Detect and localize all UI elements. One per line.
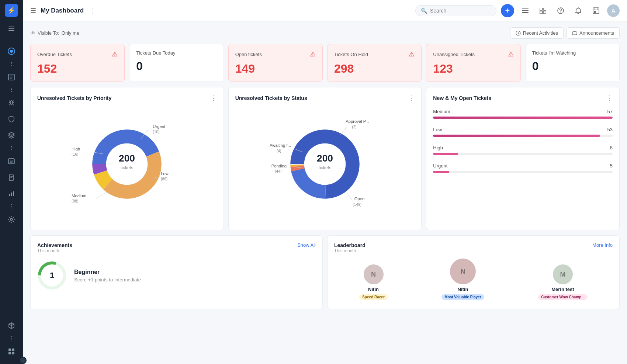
- status-chart-card: Unresolved Tickets by Status ⋮: [228, 87, 422, 230]
- svg-rect-16: [522, 10, 529, 11]
- sidebar-item-bugs[interactable]: [4, 96, 19, 110]
- sidebar-item-cube[interactable]: [4, 318, 19, 333]
- bell-icon[interactable]: [572, 4, 585, 17]
- search-icon: 🔍: [421, 8, 427, 14]
- show-all-link[interactable]: Show All: [297, 242, 316, 248]
- header-menu-icon[interactable]: ☰: [30, 7, 36, 15]
- svg-text:(44): (44): [275, 169, 281, 173]
- priority-chart-more[interactable]: ⋮: [210, 94, 217, 102]
- sidebar-item-tickets[interactable]: [4, 70, 19, 84]
- visibility-bar: 👁 Visible To: Only me Recent Activities …: [30, 27, 620, 39]
- bar-item-low: Low 53: [433, 127, 613, 137]
- svg-rect-1: [8, 28, 14, 29]
- svg-rect-24: [593, 8, 599, 14]
- svg-rect-2: [8, 30, 14, 31]
- svg-point-10: [10, 218, 13, 221]
- sidebar: ⚡ ⋮ ⋮: [0, 0, 23, 364]
- sidebar-item-contacts[interactable]: [4, 154, 19, 169]
- status-chart-more[interactable]: ⋮: [408, 94, 415, 102]
- store-icon[interactable]: [589, 4, 603, 17]
- leader-avatar-1: N: [450, 259, 476, 284]
- svg-text:Approval P...: Approval P...: [346, 119, 369, 124]
- sidebar-item-book[interactable]: [4, 170, 19, 185]
- stat-card-watching[interactable]: Tickets I'm Watching 0: [525, 44, 620, 82]
- header-more-btn[interactable]: ⋮: [90, 7, 96, 15]
- content-area: 👁 Visible To: Only me Recent Activities …: [23, 21, 627, 364]
- svg-text:Pending: Pending: [271, 164, 287, 168]
- svg-text:tickets: tickets: [121, 165, 134, 170]
- svg-rect-18: [540, 8, 543, 10]
- svg-rect-9: [13, 191, 14, 196]
- svg-rect-13: [8, 352, 11, 354]
- search-input[interactable]: [430, 8, 489, 14]
- recent-activities-btn[interactable]: Recent Activities: [510, 27, 564, 39]
- svg-rect-25: [594, 11, 596, 13]
- sidebar-expand-btn[interactable]: ›: [19, 357, 27, 364]
- svg-rect-11: [8, 349, 11, 351]
- bottom-row: Achievements This month Show All 1: [30, 235, 620, 309]
- sidebar-item-layers[interactable]: [4, 128, 19, 143]
- sidebar-dots-5: ⋮: [7, 334, 15, 343]
- sidebar-item-settings[interactable]: [4, 212, 19, 227]
- app-logo[interactable]: ⚡: [5, 4, 18, 17]
- svg-rect-8: [11, 193, 12, 196]
- visibility-eye-icon: 👁: [30, 30, 35, 36]
- layout-icon[interactable]: [536, 4, 550, 17]
- header: ☰ My Dashboard ⋮ 🔍 + A: [23, 0, 627, 21]
- alert-icon-unassigned: ⚠: [508, 50, 514, 58]
- my-open-chart-more[interactable]: ⋮: [606, 94, 613, 102]
- stat-card-open[interactable]: Open tickets ⚠ 149: [228, 44, 323, 82]
- leader-item-0: N Nitin Speed Racer: [359, 264, 388, 300]
- stat-card-on-hold[interactable]: Tickets On Hold ⚠ 298: [327, 44, 422, 82]
- page-title: My Dashboard: [41, 7, 84, 14]
- sidebar-toggle-btn[interactable]: [4, 21, 19, 36]
- sidebar-dots-1: ⋮: [7, 59, 15, 68]
- svg-text:(10): (10): [153, 130, 160, 134]
- sidebar-item-analytics[interactable]: [4, 186, 19, 201]
- help-icon[interactable]: [554, 4, 567, 17]
- svg-text:High: High: [72, 147, 80, 151]
- stat-card-unassigned[interactable]: Unassigned Tickets ⚠ 123: [426, 44, 520, 82]
- svg-text:(86): (86): [161, 177, 167, 181]
- svg-line-46: [96, 192, 108, 199]
- more-info-link[interactable]: More Info: [592, 242, 613, 248]
- status-donut-svg: 200 tickets Approval P... (2) Awaiting f…: [270, 109, 380, 219]
- announcements-btn[interactable]: Announcements: [567, 27, 620, 39]
- leader-item-1: N Nitin Most Valuable Player: [441, 259, 484, 300]
- alert-icon-open: ⚠: [310, 50, 316, 58]
- svg-text:Medium: Medium: [72, 194, 86, 198]
- svg-text:(4): (4): [277, 149, 281, 153]
- svg-text:(16): (16): [72, 152, 78, 156]
- stat-card-overdue[interactable]: Overdue Tickets ⚠ 152: [30, 44, 125, 82]
- achievement-badge-desc: Score +1 points to Intermediate: [74, 277, 141, 282]
- priority-chart-card: Unresolved Tickets by Priority ⋮: [30, 87, 224, 230]
- leader-avatar-2: M: [553, 264, 573, 284]
- svg-text:(2): (2): [352, 125, 357, 129]
- svg-line-65: [347, 194, 353, 202]
- alert-icon-overdue: ⚠: [112, 50, 118, 58]
- svg-rect-0: [8, 27, 14, 27]
- svg-rect-7: [9, 194, 10, 196]
- svg-rect-12: [12, 349, 14, 351]
- alert-icon-on-hold: ⚠: [409, 50, 415, 58]
- my-open-chart-card: New & My Open Tickets ⋮ Medium 57 Low 53…: [426, 87, 620, 230]
- sidebar-dots-4: ⋮: [7, 202, 15, 211]
- add-button[interactable]: +: [501, 4, 514, 17]
- sidebar-item-shield[interactable]: [4, 112, 19, 126]
- svg-text:200: 200: [317, 153, 333, 164]
- leaderboard-card: Leaderboard This month More Info N Nitin…: [327, 235, 620, 309]
- sidebar-item-grid[interactable]: [4, 344, 19, 359]
- sidebar-dots-2: ⋮: [7, 85, 15, 94]
- achievement-badge-title: Beginner: [74, 269, 141, 275]
- svg-rect-14: [12, 352, 14, 354]
- svg-text:Low: Low: [161, 171, 169, 176]
- search-bar[interactable]: 🔍: [415, 5, 496, 16]
- svg-text:Awaiting f...: Awaiting f...: [270, 143, 291, 148]
- list-view-icon[interactable]: [519, 4, 532, 17]
- sidebar-item-dashboard[interactable]: [4, 44, 19, 59]
- stat-card-due-today[interactable]: Tickets Due Today 0: [129, 44, 224, 82]
- charts-row: Unresolved Tickets by Priority ⋮: [30, 87, 620, 230]
- user-avatar[interactable]: A: [607, 4, 620, 17]
- svg-text:Urgent: Urgent: [153, 124, 166, 129]
- svg-line-56: [340, 126, 347, 135]
